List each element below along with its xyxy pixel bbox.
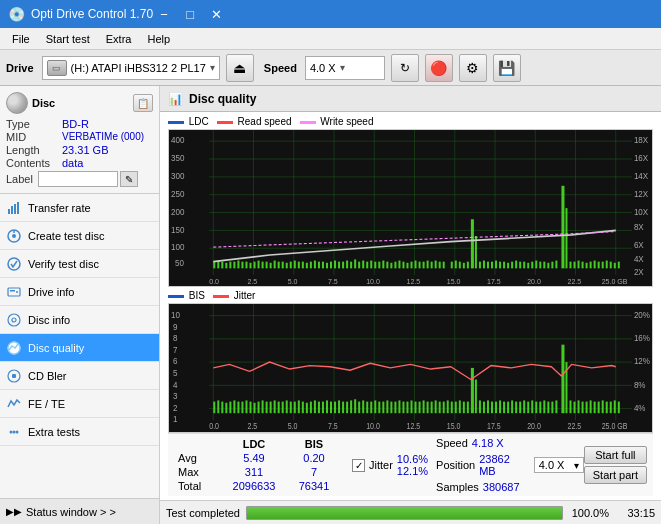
settings-button[interactable]: ⚙: [459, 54, 487, 82]
svg-rect-85: [286, 263, 288, 269]
svg-rect-161: [598, 262, 600, 269]
svg-rect-139: [561, 186, 564, 269]
start-part-button[interactable]: Start part: [584, 466, 647, 484]
svg-text:17.5: 17.5: [487, 422, 501, 432]
svg-rect-236: [362, 401, 364, 414]
svg-rect-111: [390, 263, 392, 269]
elapsed-time: 33:15: [615, 507, 655, 519]
sidebar-item-cd-bler[interactable]: CD Bler: [0, 362, 159, 390]
speed-section: Speed 4.18 X Position 23862 MB Samples 3…: [436, 437, 526, 493]
svg-rect-97: [334, 261, 336, 269]
save-button[interactable]: 💾: [493, 54, 521, 82]
svg-rect-80: [266, 262, 268, 269]
svg-rect-8: [8, 288, 20, 296]
svg-rect-267: [487, 401, 489, 414]
svg-rect-273: [511, 401, 513, 414]
drive-info-label: Drive info: [28, 286, 74, 298]
speed-selector[interactable]: 4.0 X ▾: [305, 56, 385, 80]
sidebar-item-fe-te[interactable]: FE / TE: [0, 390, 159, 418]
refresh-button[interactable]: ↻: [391, 54, 419, 82]
jitter-legend: Jitter: [213, 290, 255, 301]
svg-text:2.5: 2.5: [247, 422, 257, 432]
menu-file[interactable]: File: [4, 31, 38, 47]
svg-rect-104: [362, 261, 364, 269]
svg-text:400: 400: [171, 135, 185, 146]
svg-rect-67: [213, 262, 215, 269]
samples-row: Samples 380687: [436, 481, 520, 493]
menu-extra[interactable]: Extra: [98, 31, 140, 47]
maximize-button[interactable]: □: [179, 5, 201, 23]
speed-label-stat: Speed: [436, 437, 468, 449]
svg-rect-147: [531, 262, 533, 269]
svg-rect-280: [539, 402, 541, 414]
svg-rect-229: [334, 402, 336, 414]
svg-rect-276: [523, 401, 525, 414]
svg-point-19: [16, 430, 19, 433]
sidebar-item-extra-tests[interactable]: Extra tests: [0, 418, 159, 446]
status-window-item[interactable]: ▶▶ Status window > >: [0, 498, 159, 524]
transfer-rate-label: Transfer rate: [28, 202, 91, 214]
svg-rect-102: [354, 259, 356, 268]
sidebar: Disc 📋 Type BD-R MID VERBATIMe (000) Len…: [0, 86, 160, 524]
svg-rect-235: [358, 402, 360, 414]
svg-rect-100: [346, 261, 348, 269]
disc-mid-val: VERBATIMe (000): [62, 131, 144, 143]
svg-rect-109: [382, 261, 384, 269]
svg-text:250: 250: [171, 189, 185, 200]
svg-rect-299: [618, 402, 620, 414]
eject-button[interactable]: ⏏: [226, 54, 254, 82]
create-test-disc-label: Create test disc: [28, 230, 104, 242]
svg-text:300: 300: [171, 171, 185, 182]
bottom-chart: 10 9 8 7 6 5 4 3 2 1 20% 16% 12% 8% 4%: [168, 303, 653, 433]
drive-selector[interactable]: ▭ (H:) ATAPI iHBS312 2 PL17 ▾: [42, 56, 220, 80]
menu-help[interactable]: Help: [139, 31, 178, 47]
svg-rect-213: [270, 402, 272, 414]
minimize-button[interactable]: −: [153, 5, 175, 23]
svg-rect-244: [394, 402, 396, 414]
stats-header-bis: BIS: [284, 437, 344, 451]
svg-rect-252: [427, 402, 429, 414]
jitter-checkbox[interactable]: ✓: [352, 459, 365, 472]
disc-info-label: Disc info: [28, 314, 70, 326]
svg-rect-266: [483, 402, 485, 414]
svg-rect-84: [282, 262, 284, 269]
sidebar-item-create-test-disc[interactable]: Create test disc: [0, 222, 159, 250]
svg-rect-247: [406, 402, 408, 414]
svg-text:2: 2: [173, 403, 178, 414]
svg-rect-261: [463, 402, 465, 414]
speed-combo[interactable]: 4.0 X ▾: [534, 457, 584, 473]
svg-rect-74: [241, 262, 243, 269]
svg-rect-211: [262, 401, 264, 414]
svg-rect-98: [338, 262, 340, 269]
sidebar-item-disc-quality[interactable]: Disc quality: [0, 334, 159, 362]
top-chart-svg: 400 350 300 250 200 150 100 50 18X 16X 1…: [169, 130, 652, 286]
svg-rect-232: [346, 402, 348, 414]
sidebar-item-verify-test-disc[interactable]: Verify test disc: [0, 250, 159, 278]
speed-val-stat: 4.18 X: [472, 437, 504, 449]
disc-label-btn[interactable]: ✎: [120, 171, 138, 187]
svg-rect-275: [519, 402, 521, 414]
disc-quality-header: 📊 Disc quality: [160, 86, 661, 112]
disc-label-input[interactable]: [38, 171, 118, 187]
svg-rect-230: [338, 401, 340, 414]
svg-rect-116: [411, 262, 413, 269]
svg-rect-142: [511, 262, 513, 269]
burn-button[interactable]: 🔴: [425, 54, 453, 82]
sidebar-item-drive-info[interactable]: Drive info: [0, 278, 159, 306]
disc-info-btn[interactable]: 📋: [133, 94, 153, 112]
svg-rect-91: [310, 262, 312, 269]
svg-rect-123: [439, 262, 441, 269]
svg-rect-127: [451, 262, 453, 269]
menu-start-test[interactable]: Start test: [38, 31, 98, 47]
read-speed-legend: Read speed: [217, 116, 292, 127]
status-window-label: Status window > >: [26, 506, 116, 518]
svg-rect-140: [565, 208, 567, 268]
svg-rect-254: [435, 401, 437, 414]
sidebar-item-transfer-rate[interactable]: Transfer rate: [0, 194, 159, 222]
close-button[interactable]: ✕: [205, 5, 227, 23]
start-full-button[interactable]: Start full: [584, 446, 647, 464]
svg-rect-256: [443, 402, 445, 414]
svg-rect-294: [598, 402, 600, 414]
sidebar-item-disc-info[interactable]: Disc info: [0, 306, 159, 334]
svg-rect-201: [221, 402, 223, 414]
